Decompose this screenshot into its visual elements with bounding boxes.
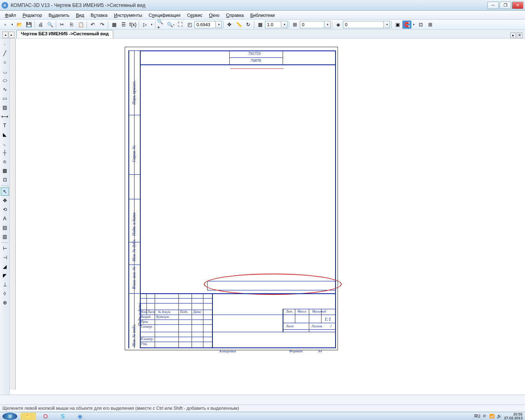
tool-select[interactable]: ↖ bbox=[1, 187, 9, 196]
canvas[interactable]: 795759 76878 Перв. примен. Справ. № Подп… bbox=[10, 39, 525, 395]
magnet-button[interactable]: 🧲 bbox=[402, 21, 411, 29]
tab-close[interactable]: ✕ bbox=[517, 32, 523, 38]
menu-вставка[interactable]: Вставка bbox=[87, 12, 111, 18]
menu-выделить[interactable]: Выделить bbox=[45, 12, 73, 18]
zoom-in-button[interactable]: 🔍+ bbox=[157, 21, 166, 29]
preview-button[interactable]: 🔍 bbox=[46, 21, 55, 29]
menu-библиотеки[interactable]: Библиотеки bbox=[247, 12, 278, 18]
tool-text2[interactable]: A bbox=[1, 215, 9, 223]
tool-line[interactable]: ╱ bbox=[1, 49, 9, 57]
tray-flag-icon[interactable]: 🏳 bbox=[483, 414, 487, 418]
layer-button[interactable]: ◈ bbox=[333, 21, 342, 29]
tool-rect[interactable]: ▭ bbox=[1, 94, 9, 103]
scale-value[interactable]: 1.0 bbox=[265, 21, 281, 28]
tool-snap1[interactable]: ⊢ bbox=[1, 244, 9, 253]
layer-value[interactable]: 0 bbox=[343, 21, 384, 28]
props-button[interactable]: ▦ bbox=[110, 21, 119, 29]
layer-dd[interactable]: ▾ bbox=[384, 21, 390, 28]
grid-button[interactable]: ▦ bbox=[256, 21, 265, 29]
tray-clock[interactable]: 20:55 27.02.2013 bbox=[504, 413, 523, 420]
tool-view[interactable]: ⊡ bbox=[1, 176, 9, 184]
taskbar-opera[interactable]: O bbox=[38, 413, 53, 420]
undo-button[interactable]: ↶ bbox=[88, 21, 97, 29]
tab-pin[interactable]: ▸ bbox=[510, 32, 516, 38]
menubar: ФайлРедакторВыделитьВидВставкаИнструмент… bbox=[0, 11, 525, 20]
extra2-button[interactable]: ⊡ bbox=[416, 21, 425, 29]
extra3-button[interactable]: ⊞ bbox=[426, 21, 435, 29]
tool-arc[interactable]: ◡ bbox=[1, 67, 9, 75]
measure-button[interactable]: 📏 bbox=[234, 21, 243, 29]
zoom-out-button[interactable]: 🔍- bbox=[166, 21, 175, 29]
tool-move[interactable]: ✥ bbox=[1, 196, 9, 205]
tool-ellipse[interactable]: ⬭ bbox=[1, 76, 9, 84]
select-button[interactable]: ▷ bbox=[140, 21, 149, 29]
pan-button[interactable]: ✥ bbox=[225, 21, 234, 29]
close-button[interactable]: ✕ bbox=[512, 2, 523, 9]
menu-редактор[interactable]: Редактор bbox=[19, 12, 45, 18]
taskbar-explorer[interactable]: 📁 bbox=[21, 413, 36, 420]
cut-button[interactable]: ✂ bbox=[57, 21, 66, 29]
print-button[interactable]: 🖨 bbox=[36, 21, 45, 29]
zoom-sel-button[interactable]: ◰ bbox=[185, 21, 194, 29]
new-button[interactable]: ▫ bbox=[1, 21, 10, 29]
zoom-dd[interactable]: ▾ bbox=[216, 21, 222, 28]
tool-text[interactable]: T bbox=[1, 121, 9, 130]
tool-sheet[interactable]: ▤ bbox=[1, 224, 9, 232]
active-tab[interactable]: Чертеж БЕЗ ИМЕНИ5 ->Системный вид bbox=[16, 30, 113, 38]
taskbar-skype[interactable]: S bbox=[55, 413, 71, 420]
fx-button[interactable]: f(x) bbox=[128, 21, 137, 29]
tool-snap2[interactable]: ⊣ bbox=[1, 253, 9, 262]
tool-snap6[interactable]: ◊ bbox=[1, 290, 9, 298]
copy-button[interactable]: ⎘ bbox=[67, 21, 76, 29]
zoom-value[interactable]: 0.6943 bbox=[194, 21, 216, 28]
toolbar-main: ▫ ▾ 📂 💾 🖨 🔍 ✂ ⎘ 📋 ↶ ↷ ▦ ☰ f(x) ▷ ▾ 🔍+ 🔍-… bbox=[0, 20, 525, 30]
menu-справка[interactable]: Справка bbox=[223, 12, 247, 18]
menu-вид[interactable]: Вид bbox=[73, 12, 87, 18]
redo-button[interactable]: ↷ bbox=[98, 21, 107, 29]
menu-файл[interactable]: Файл bbox=[2, 12, 19, 18]
zoom-fit-button[interactable]: ⛶ bbox=[176, 21, 185, 29]
tool-snap4[interactable]: ◤ bbox=[1, 272, 9, 280]
save-button[interactable]: 💾 bbox=[24, 21, 33, 29]
tray-network-icon[interactable]: 📶 bbox=[489, 414, 494, 418]
tool-snap5[interactable]: ⊥ bbox=[1, 281, 9, 289]
extra1-button[interactable]: ▣ bbox=[393, 21, 402, 29]
tool-break[interactable]: ⎋ bbox=[1, 158, 9, 166]
minimize-button[interactable]: ─ bbox=[487, 2, 499, 9]
tab-prev[interactable]: ◂ bbox=[2, 32, 8, 38]
select-dd[interactable]: ▾ bbox=[150, 21, 154, 29]
maximize-button[interactable]: ❐ bbox=[500, 2, 511, 9]
scale-dd[interactable]: ▾ bbox=[282, 21, 288, 28]
menu-спецификация[interactable]: Спецификация bbox=[146, 12, 184, 18]
layers-button[interactable]: ☰ bbox=[119, 21, 128, 29]
tool-snap7[interactable]: ⊕ bbox=[1, 299, 9, 307]
tool-rotate[interactable]: ⟲ bbox=[1, 205, 9, 214]
coord-dd[interactable]: ▾ bbox=[325, 21, 331, 28]
magnet-dd[interactable]: ▾ bbox=[412, 21, 416, 29]
new-dd[interactable]: ▾ bbox=[10, 21, 14, 29]
tool-point[interactable]: · bbox=[1, 40, 9, 48]
taskbar-kompas[interactable]: ◉ bbox=[72, 413, 88, 420]
menu-инструменты[interactable]: Инструменты bbox=[111, 12, 146, 18]
tray-sound-icon[interactable]: 🔊 bbox=[497, 414, 502, 418]
tool-fillet[interactable]: ◟ bbox=[1, 139, 9, 148]
tray-lang[interactable]: RU bbox=[475, 414, 480, 418]
tool-chamfer[interactable]: ◣ bbox=[1, 130, 9, 139]
menu-окно[interactable]: Окно bbox=[206, 12, 223, 18]
tool-circle[interactable]: ○ bbox=[1, 58, 9, 66]
ortho-button[interactable]: ⊞ bbox=[290, 21, 299, 29]
coord-value[interactable]: 0 bbox=[300, 21, 324, 28]
tool-table[interactable]: ▦ bbox=[1, 167, 9, 175]
tool-spline[interactable]: ∿ bbox=[1, 85, 9, 94]
open-button[interactable]: 📂 bbox=[15, 21, 24, 29]
tool-axis[interactable]: ┼ bbox=[1, 148, 9, 157]
tab-next[interactable]: ▸ bbox=[9, 32, 14, 38]
tool-snap3[interactable]: ◢ bbox=[1, 262, 9, 271]
tool-spec[interactable]: ▥ bbox=[1, 233, 9, 241]
paste-button[interactable]: 📋 bbox=[76, 21, 85, 29]
tool-dim[interactable]: ⟷ bbox=[1, 112, 9, 121]
tool-hatch[interactable]: ▨ bbox=[1, 103, 9, 112]
refresh-button[interactable]: ↻ bbox=[244, 21, 253, 29]
start-button[interactable]: ⊞ bbox=[2, 413, 17, 420]
menu-сервис[interactable]: Сервис bbox=[184, 12, 206, 18]
